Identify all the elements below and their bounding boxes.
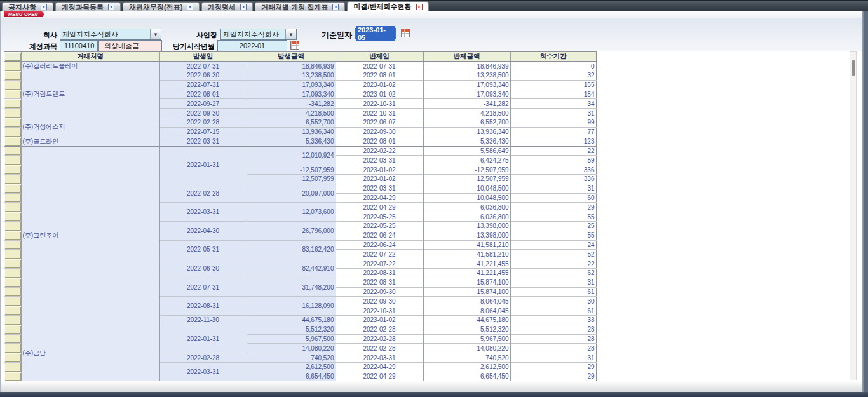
cell-issue-amount[interactable]: -341,282	[247, 99, 336, 109]
tab-close-icon[interactable]: x	[332, 4, 339, 10]
cell-settle-date[interactable]: 2022-09-30	[336, 287, 423, 297]
cell-issue-date[interactable]: 2022-02-28	[159, 353, 247, 363]
cell-issue-amount[interactable]: 740,520	[247, 353, 336, 363]
cell-issue-date[interactable]: 2022-05-31	[159, 240, 247, 259]
tab-close-icon[interactable]: x	[187, 4, 193, 10]
cell-issue-amount[interactable]: 16,128,090	[247, 297, 336, 316]
menu-open-button[interactable]: MENU OPEN	[4, 11, 44, 17]
cell-collect-period[interactable]: 22	[510, 146, 596, 156]
cell-issue-amount[interactable]: 14,080,220	[247, 344, 336, 353]
row-header-cell[interactable]	[4, 90, 21, 99]
cell-settle-amount[interactable]: 10,048,500	[423, 193, 510, 203]
cell-issue-date[interactable]: 2022-01-31	[159, 325, 247, 353]
cell-collect-period[interactable]: 31	[510, 353, 596, 363]
cell-issue-amount[interactable]: 44,675,180	[247, 315, 336, 325]
cell-settle-date[interactable]: 2023-01-02	[336, 165, 423, 175]
cell-settle-amount[interactable]: 5,512,320	[423, 325, 510, 334]
cell-settle-date[interactable]: 2022-07-31	[336, 62, 423, 71]
row-header-cell[interactable]	[4, 109, 21, 118]
cell-issue-date[interactable]: 2022-06-30	[159, 259, 247, 278]
cell-settle-date[interactable]: 2022-08-31	[336, 268, 423, 278]
cell-issue-date[interactable]: 2022-08-31	[159, 297, 247, 316]
cell-customer[interactable]: (주)금담	[21, 325, 159, 381]
row-header-cell[interactable]	[4, 287, 21, 297]
cell-settle-amount[interactable]: 41,581,210	[423, 250, 510, 259]
row-header-cell[interactable]	[4, 71, 21, 81]
cell-issue-date[interactable]: 2022-04-30	[159, 221, 247, 240]
tab-notice[interactable]: 공지사항x	[2, 2, 53, 11]
cell-customer[interactable]: (주)거성에스지	[21, 118, 159, 137]
row-header-cell[interactable]	[4, 165, 21, 175]
tab-close-icon[interactable]: x	[108, 4, 114, 10]
cell-issue-date[interactable]: 2022-09-30	[159, 109, 247, 118]
cell-customer[interactable]: (주)골드라인	[21, 137, 159, 146]
cell-collect-period[interactable]: 55	[510, 212, 596, 222]
tab-close-icon[interactable]: x	[240, 4, 247, 10]
row-header-cell[interactable]	[4, 127, 21, 137]
cell-settle-date[interactable]: 2022-04-29	[336, 372, 423, 381]
cell-issue-amount[interactable]: 2,612,500	[247, 362, 336, 372]
cell-settle-amount[interactable]: 41,221,455	[423, 268, 510, 278]
row-header-cell[interactable]	[4, 212, 21, 222]
cell-settle-date[interactable]: 2022-09-30	[336, 297, 423, 306]
tab-receivable-ledger[interactable]: 채권채무장(전표)x	[123, 2, 200, 11]
cell-collect-period[interactable]: 24	[510, 240, 596, 250]
cell-settle-amount[interactable]: 5,336,430	[423, 137, 510, 146]
row-header-cell[interactable]	[4, 297, 21, 306]
cell-issue-date[interactable]: 2022-09-27	[159, 99, 247, 109]
cell-customer[interactable]: (주)거림트렌드	[21, 71, 159, 118]
cell-collect-period[interactable]: 28	[510, 325, 596, 334]
cell-issue-date[interactable]: 2022-08-01	[159, 90, 247, 99]
cell-settle-amount[interactable]: 13,936,340	[423, 127, 510, 137]
cell-settle-amount[interactable]: 13,398,000	[423, 221, 510, 231]
cell-settle-date[interactable]: 2022-05-25	[336, 212, 423, 222]
cell-issue-date[interactable]: 2022-02-28	[159, 184, 247, 203]
cell-issue-amount[interactable]: -17,093,340	[247, 90, 336, 99]
cell-collect-period[interactable]: 59	[510, 156, 596, 165]
row-header-cell[interactable]	[4, 203, 21, 212]
cell-collect-period[interactable]: 30	[510, 297, 596, 306]
cell-settle-amount[interactable]: -341,282	[423, 99, 510, 109]
cell-settle-amount[interactable]: 5,586,649	[423, 146, 510, 156]
cell-collect-period[interactable]: 61	[510, 306, 596, 316]
account-code-field[interactable]: 11100410	[60, 40, 98, 51]
cell-settle-date[interactable]: 2022-02-22	[336, 146, 423, 156]
cell-settle-amount[interactable]: 8,064,045	[423, 297, 510, 306]
cell-issue-amount[interactable]: 26,796,000	[247, 221, 336, 240]
cell-settle-amount[interactable]: 12,507,959	[423, 174, 510, 184]
cell-settle-amount[interactable]: 17,093,340	[423, 80, 510, 90]
cell-collect-period[interactable]: 32	[510, 71, 596, 81]
cell-settle-amount[interactable]: -17,093,340	[423, 90, 510, 99]
cell-issue-date[interactable]: 2022-07-31	[159, 62, 247, 71]
row-header-cell[interactable]	[4, 231, 21, 240]
cell-settle-date[interactable]: 2022-02-28	[336, 325, 423, 334]
cell-settle-date[interactable]: 2022-08-01	[336, 71, 423, 81]
tab-account-register[interactable]: 계정과목등록x	[55, 2, 121, 11]
row-header-cell[interactable]	[4, 372, 21, 381]
cell-issue-amount[interactable]: 13,936,340	[247, 127, 336, 137]
row-header-cell[interactable]	[4, 344, 21, 353]
calendar-icon[interactable]	[290, 41, 299, 50]
cell-settle-date[interactable]: 2022-04-29	[336, 193, 423, 203]
cell-collect-period[interactable]: 29	[510, 362, 596, 372]
tab-close-icon[interactable]: x	[416, 4, 423, 10]
row-header-cell[interactable]	[4, 259, 21, 269]
cell-collect-period[interactable]: 52	[510, 250, 596, 259]
row-header-cell[interactable]	[4, 250, 21, 259]
cell-issue-amount[interactable]: -12,507,959	[247, 165, 336, 175]
cell-collect-period[interactable]: 29	[510, 203, 596, 212]
cell-issue-date[interactable]: 2022-07-31	[159, 80, 247, 90]
cell-issue-amount[interactable]: 82,442,910	[247, 259, 336, 278]
cell-settle-amount[interactable]: 13,238,500	[423, 71, 510, 81]
cell-issue-date[interactable]: 2022-11-30	[159, 315, 247, 325]
cell-collect-period[interactable]: 33	[510, 315, 596, 325]
row-header-cell[interactable]	[4, 137, 21, 146]
cell-collect-period[interactable]: 28	[510, 344, 596, 353]
cell-settle-date[interactable]: 2022-02-28	[336, 334, 423, 344]
row-header-cell[interactable]	[4, 334, 21, 344]
cell-issue-amount[interactable]: 13,238,500	[247, 71, 336, 81]
row-header-cell[interactable]	[4, 156, 21, 165]
cell-issue-date[interactable]: 2022-03-31	[159, 362, 247, 381]
row-header-cell[interactable]	[4, 315, 21, 325]
cell-settle-amount[interactable]: 8,064,045	[423, 306, 510, 316]
